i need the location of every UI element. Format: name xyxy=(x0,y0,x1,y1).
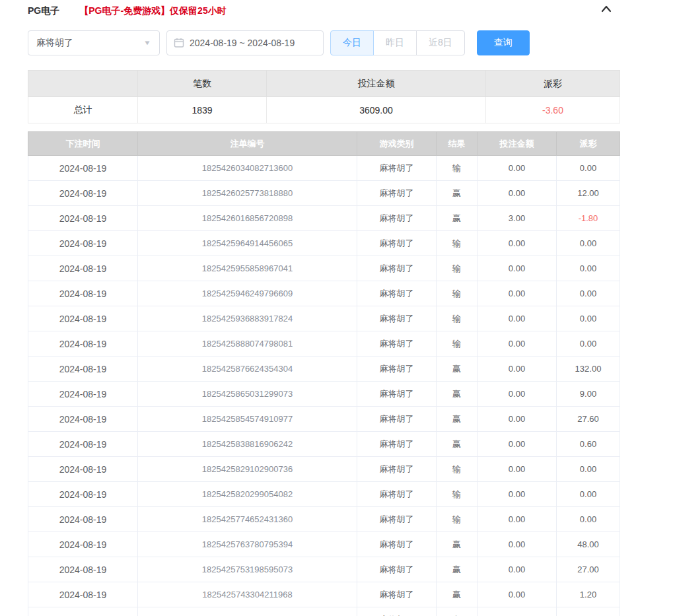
table-cell: 输 xyxy=(437,306,478,331)
table-row: 2024-08-191825425865031299073麻将胡了赢0.009.… xyxy=(28,382,620,407)
table-row: 2024-08-191825426016856720898麻将胡了赢3.00-1… xyxy=(28,206,620,231)
table-cell: 2024-08-19 xyxy=(28,231,138,256)
calendar-icon xyxy=(174,38,184,48)
page-title: PG电子 xyxy=(28,5,59,17)
table-cell: 0.00 xyxy=(557,306,620,331)
table-cell: 4.20 xyxy=(557,607,620,616)
table-cell: 0.00 xyxy=(478,256,557,281)
table-cell: 1825426016856720898 xyxy=(138,206,357,231)
table-cell: 2024-08-19 xyxy=(28,306,138,331)
summary-total-count: 1839 xyxy=(138,97,267,123)
table-cell: 0.00 xyxy=(478,331,557,357)
date-range-input[interactable]: 2024-08-19 ~ 2024-08-19 xyxy=(166,30,324,55)
table-cell: 输 xyxy=(437,281,478,306)
table-cell: 麻将胡了 xyxy=(357,306,437,331)
table-cell: 2024-08-19 xyxy=(28,607,138,616)
table-cell: 0.00 xyxy=(478,557,557,582)
table-cell: 输 xyxy=(437,507,478,532)
table-cell: 2024-08-19 xyxy=(28,482,138,507)
game-type-select[interactable]: 麻将胡了 ▼ xyxy=(28,30,160,55)
quick-filter-last8days[interactable]: 近8日 xyxy=(416,30,465,55)
table-cell: 0.00 xyxy=(557,331,620,357)
table-cell: 1825425946249796609 xyxy=(138,281,357,306)
summary-total-payout: -3.60 xyxy=(486,97,620,123)
table-row: 2024-08-191825425946249796609麻将胡了输0.000.… xyxy=(28,281,620,306)
retention-notice: 【PG电子-免费游戏】仅保留25小时 xyxy=(79,5,226,17)
table-cell: 2024-08-19 xyxy=(28,582,138,607)
table-cell: 赢 xyxy=(437,582,478,607)
quick-filter-yesterday[interactable]: 昨日 xyxy=(373,30,417,55)
table-row: 2024-08-191825425964914456065麻将胡了输0.000.… xyxy=(28,231,620,256)
table-row: 2024-08-191825425936883917824麻将胡了输0.000.… xyxy=(28,306,620,331)
summary-total-row: 总计 1839 3609.00 -3.60 xyxy=(28,97,620,123)
table-cell: 1825425743304211968 xyxy=(138,582,357,607)
table-cell: 赢 xyxy=(437,382,478,407)
table-cell: 2024-08-19 xyxy=(28,407,138,432)
summary-total-label: 总计 xyxy=(28,97,138,123)
table-row: 2024-08-191825425829102900736麻将胡了输0.000.… xyxy=(28,457,620,482)
table-cell: 27.00 xyxy=(557,557,620,582)
table-cell: 1825425936883917824 xyxy=(138,306,357,331)
table-cell: 1825425838816906242 xyxy=(138,432,357,457)
table-cell: 0.00 xyxy=(478,407,557,432)
table-cell: 1825425964914456065 xyxy=(138,231,357,256)
table-cell: 0.00 xyxy=(478,281,557,306)
table-cell: 2024-08-19 xyxy=(28,206,138,231)
table-cell: 0.00 xyxy=(478,306,557,331)
table-cell: 赢 xyxy=(437,181,478,206)
col-payout: 派彩 xyxy=(557,132,620,156)
table-cell: 3.00 xyxy=(478,206,557,231)
table-cell: 1825425876624354304 xyxy=(138,357,357,382)
table-row: 2024-08-191825425838816906242麻将胡了赢0.000.… xyxy=(28,432,620,457)
table-row: 2024-08-191825425737487400332麻将胡了赢0.004.… xyxy=(28,607,620,616)
col-order-id: 注单编号 xyxy=(138,132,357,156)
table-row: 2024-08-191825425820299054082麻将胡了输0.000.… xyxy=(28,482,620,507)
summary-table: 笔数 投注金额 派彩 总计 1839 3609.00 -3.60 xyxy=(28,70,620,123)
table-cell: 0.60 xyxy=(557,432,620,457)
table-row: 2024-08-191825425955858967041麻将胡了输0.000.… xyxy=(28,256,620,281)
table-cell: 0.00 xyxy=(478,432,557,457)
summary-header-empty xyxy=(28,71,138,97)
date-range-value: 2024-08-19 ~ 2024-08-19 xyxy=(190,38,295,48)
table-cell: 0.00 xyxy=(478,231,557,256)
table-cell: 麻将胡了 xyxy=(357,281,437,306)
table-cell: 赢 xyxy=(437,357,478,382)
table-cell: 1825425820299054082 xyxy=(138,482,357,507)
table-cell: 1825426025773818880 xyxy=(138,181,357,206)
table-cell: 赢 xyxy=(437,607,478,616)
table-cell: 输 xyxy=(437,231,478,256)
summary-total-bet-amount: 3609.00 xyxy=(267,97,486,123)
col-result: 结果 xyxy=(437,132,478,156)
table-row: 2024-08-191825425888074798081麻将胡了输0.000.… xyxy=(28,331,620,357)
table-cell: -1.80 xyxy=(557,206,620,231)
table-cell: 0.00 xyxy=(478,357,557,382)
records-header-row: 下注时间 注单编号 游戏类别 结果 投注金额 派彩 xyxy=(28,132,620,156)
game-type-value: 麻将胡了 xyxy=(36,37,73,49)
table-cell: 2024-08-19 xyxy=(28,432,138,457)
table-row: 2024-08-191825426034082713600麻将胡了输0.000.… xyxy=(28,156,620,181)
table-cell: 2024-08-19 xyxy=(28,457,138,482)
quick-filter-today[interactable]: 今日 xyxy=(330,30,374,55)
table-cell: 2024-08-19 xyxy=(28,156,138,181)
table-cell: 输 xyxy=(437,156,478,181)
table-cell: 0.00 xyxy=(478,156,557,181)
table-cell: 赢 xyxy=(437,557,478,582)
summary-header-count: 笔数 xyxy=(138,71,267,97)
table-cell: 输 xyxy=(437,482,478,507)
table-cell: 麻将胡了 xyxy=(357,331,437,357)
table-cell: 0.00 xyxy=(557,457,620,482)
table-cell: 输 xyxy=(437,256,478,281)
table-cell: 麻将胡了 xyxy=(357,357,437,382)
table-cell: 2024-08-19 xyxy=(28,331,138,357)
table-cell: 输 xyxy=(437,457,478,482)
collapse-panel-button[interactable] xyxy=(598,1,615,18)
table-cell: 麻将胡了 xyxy=(357,231,437,256)
table-row: 2024-08-191825425876624354304麻将胡了赢0.0013… xyxy=(28,357,620,382)
table-cell: 2024-08-19 xyxy=(28,532,138,557)
table-cell: 0.00 xyxy=(478,382,557,407)
table-cell: 0.00 xyxy=(557,507,620,532)
table-cell: 赢 xyxy=(437,532,478,557)
table-cell: 麻将胡了 xyxy=(357,507,437,532)
search-button[interactable]: 查询 xyxy=(477,30,530,55)
table-cell: 0.00 xyxy=(557,231,620,256)
